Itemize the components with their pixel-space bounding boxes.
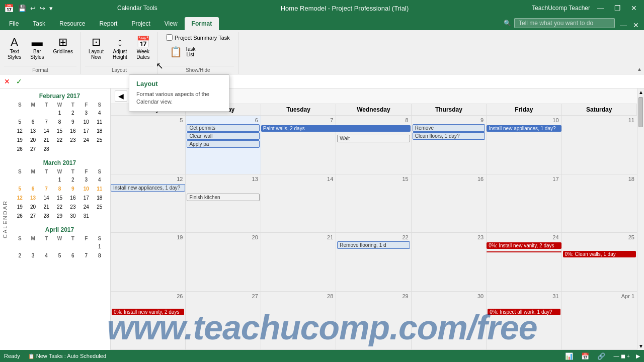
day-cell[interactable]: 2 [66,108,79,117]
undo-button[interactable]: ↩ [29,4,37,13]
cal-cell-mar26[interactable]: 26 0%: Install new vanity, 2 days [111,292,186,350]
day-cell[interactable] [40,175,53,184]
day-cell[interactable]: 6 [26,184,39,193]
task-remove[interactable]: Remove [413,124,485,132]
cal-cell-mar16[interactable]: 16 [412,174,487,233]
cal-cell-mar15[interactable]: 15 [336,174,411,233]
formula-cancel-button[interactable]: ✕ [2,76,12,86]
cal-cell-mar8[interactable]: 8 Wait [336,116,411,174]
day-cell[interactable]: 24 [79,202,93,211]
cal-cell-mar31[interactable]: 31 0%: Inspect all work, 1 day? [487,292,561,350]
cal-cell-apr1[interactable]: Apr 1 [562,292,637,350]
day-cell[interactable]: 10 [79,184,93,193]
close-button[interactable]: ✕ [628,3,640,13]
cal-cell-mar21[interactable]: 21 [261,233,336,291]
scroll-up-button[interactable]: ▲ [637,88,644,96]
day-cell[interactable] [13,242,26,251]
day-cell[interactable]: 11 [93,184,106,193]
cal-cell-mar27[interactable]: 27 [186,292,261,350]
cal-cell-mar23[interactable]: 23 [412,233,487,291]
bar-styles-button[interactable]: ▬ BarStyles [27,34,47,62]
task-clean-walls-pct[interactable] [487,251,561,252]
day-cell[interactable] [26,242,39,251]
day-cell[interactable]: 8 [93,251,106,260]
day-cell[interactable]: 9 [66,117,79,126]
day-cell[interactable] [26,108,39,117]
day-cell[interactable]: 17 [79,193,93,202]
task-install-appliances-cont[interactable]: Install new appliances, 1 day? [111,184,185,192]
day-cell[interactable] [53,242,66,251]
day-cell[interactable]: 4 [93,175,106,184]
day-cell[interactable]: 26 [13,211,26,220]
day-cell[interactable]: 18 [93,193,106,202]
day-cell[interactable]: 14 [40,126,53,135]
day-cell[interactable]: 6 [26,117,39,126]
day-cell[interactable]: 26 [13,144,26,153]
task-finish-kitchen[interactable]: Finish kitchen [187,194,259,201]
task-wait[interactable]: Wait [337,135,410,142]
day-cell[interactable]: 28 [40,144,53,153]
layout-now-button[interactable]: ⊡ LayoutNow [85,34,107,62]
day-cell[interactable] [13,175,26,184]
cal-cell-mar7[interactable]: 7 Paint walls, 2 days [261,116,336,174]
cal-cell-mar19[interactable]: 19 [111,233,186,291]
project-summary-checkbox[interactable] [166,34,173,41]
cal-cell-mar6[interactable]: 6 Get permits Clean wall Apply pa [186,116,261,174]
cal-cell-mar25[interactable]: 25 0%: Clean walls, 1 day [562,233,637,291]
cal-cell-mar14[interactable]: 14 [261,174,336,233]
day-cell[interactable]: 30 [66,211,79,220]
day-cell[interactable]: 16 [66,126,79,135]
ribbon-collapse-button[interactable]: ▲ [637,66,642,72]
task-list-button[interactable]: 📋 TaskList [166,44,199,60]
day-cell[interactable] [13,108,26,117]
week-dates-button[interactable]: 📅 WeekDates [133,34,153,62]
cal-cell-mar13[interactable]: 13 Finish kitchen [186,174,261,233]
tab-report[interactable]: Report [92,17,124,30]
day-cell[interactable] [26,175,39,184]
day-cell[interactable]: 12 [13,193,26,202]
day-cell[interactable]: 9 [66,184,79,193]
day-cell[interactable]: 25 [93,135,106,144]
day-cell[interactable]: 23 [66,202,79,211]
day-cell[interactable] [66,242,79,251]
adjust-height-button[interactable]: ↕ AdjustHeight [109,34,131,62]
day-cell[interactable] [79,144,93,153]
cal-cell-mar24[interactable]: 24 0%: Install new vanity, 2 days [487,233,561,291]
cal-cell-mar11[interactable]: 11 [562,116,637,174]
restore-button[interactable]: ❐ [611,3,624,13]
task-install-vanity-1[interactable]: 0%: Install new vanity, 2 days [487,242,561,249]
scroll-down-button[interactable]: ▼ [637,342,644,350]
day-cell[interactable]: 2 [13,251,26,260]
day-cell[interactable]: 11 [93,117,106,126]
search-input[interactable] [514,18,615,28]
day-cell[interactable]: 3 [26,251,39,260]
day-cell[interactable]: 28 [40,211,53,220]
gridlines-button[interactable]: ⊞ Gridlines [49,34,76,57]
task-clean-walls-day[interactable]: 0%: Clean walls, 1 day [563,251,636,257]
day-cell[interactable]: 5 [13,184,26,193]
task-clean-wall[interactable]: Clean wall [187,132,259,140]
day-cell[interactable]: 1 [93,242,106,251]
day-cell[interactable]: 27 [26,144,39,153]
save-button[interactable]: 💾 [17,4,27,13]
day-cell[interactable]: 15 [53,193,66,202]
cal-cell-mar17[interactable]: 17 [487,174,561,233]
day-cell[interactable]: 1 [53,175,66,184]
day-cell[interactable]: 21 [40,135,53,144]
vertical-scrollbar[interactable]: ▲ ▼ [637,88,644,350]
task-install-vanity-cont[interactable]: 0%: Install new vanity, 2 days [112,309,184,315]
day-cell[interactable]: 8 [53,117,66,126]
tab-task[interactable]: Task [26,17,52,30]
task-remove-flooring[interactable]: Remove flooring, 1 d [337,241,410,249]
day-cell[interactable]: 7 [40,117,53,126]
tab-format[interactable]: Format [185,17,219,30]
ribbon-close-button[interactable]: ✕ [630,20,642,30]
cal-cell-mar29[interactable]: 29 [336,292,411,350]
day-cell[interactable]: 13 [26,193,39,202]
cal-cell-mar30[interactable]: 30 [412,292,487,350]
cal-cell-mar20[interactable]: 20 [186,233,261,291]
day-cell[interactable]: 22 [53,135,66,144]
day-cell[interactable] [53,144,66,153]
minimize-button[interactable]: — [594,3,607,13]
day-cell[interactable]: 13 [26,126,39,135]
